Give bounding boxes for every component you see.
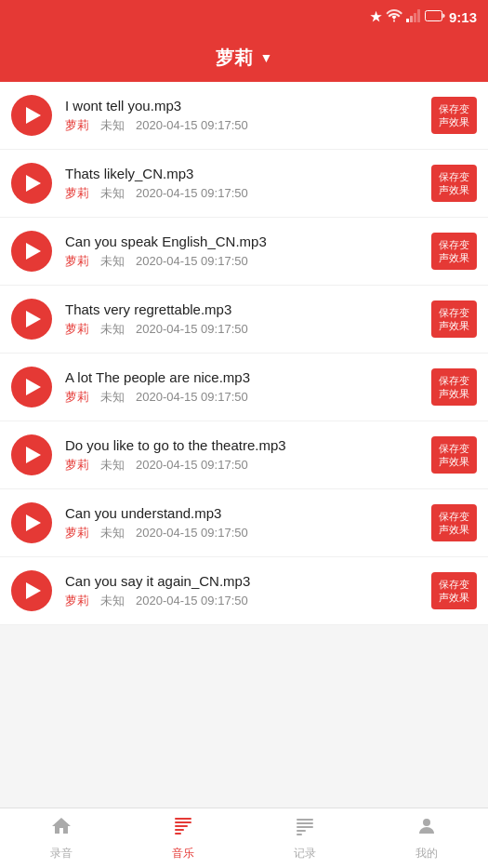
save-button-1[interactable]: 保存变 声效果 <box>431 97 477 135</box>
save-button-5[interactable]: 保存变 声效果 <box>431 368 477 407</box>
track-unknown-7: 未知 <box>100 525 125 541</box>
track-meta-3: 萝莉 未知 2020-04-15 09:17:50 <box>65 253 418 270</box>
track-name-2: Thats likely_CN.mp3 <box>65 166 418 181</box>
svg-rect-2 <box>414 13 416 22</box>
svg-rect-7 <box>175 821 191 823</box>
track-name-8: Can you say it again_CN.mp3 <box>65 573 418 589</box>
track-info-7: Can you understand.mp3 萝莉 未知 2020-04-15 … <box>65 505 418 541</box>
nav-label-history: 记录 <box>294 846 316 861</box>
track-meta-6: 萝莉 未知 2020-04-15 09:17:50 <box>65 457 418 474</box>
track-info-1: I wont tell you.mp3 萝莉 未知 2020-04-15 09:… <box>65 98 418 134</box>
track-info-8: Can you say it again_CN.mp3 萝莉 未知 2020-0… <box>65 573 418 609</box>
nav-item-profile[interactable]: 我的 <box>366 808 488 868</box>
track-item: A lot The people are nice.mp3 萝莉 未知 2020… <box>0 354 488 421</box>
track-name-1: I wont tell you.mp3 <box>65 98 418 114</box>
save-button-2[interactable]: 保存变 声效果 <box>431 165 477 203</box>
play-button-8[interactable] <box>11 570 52 611</box>
track-voice-8: 萝莉 <box>65 593 89 609</box>
track-item: Can you speak English_CN.mp3 萝莉 未知 2020-… <box>0 218 488 286</box>
track-meta-4: 萝莉 未知 2020-04-15 09:17:50 <box>65 321 418 338</box>
track-info-2: Thats likely_CN.mp3 萝莉 未知 2020-04-15 09:… <box>65 166 418 202</box>
play-button-1[interactable] <box>11 95 52 136</box>
track-meta-1: 萝莉 未知 2020-04-15 09:17:50 <box>65 117 418 134</box>
svg-rect-9 <box>175 829 184 831</box>
app-header: 萝莉 ▼ <box>0 33 488 82</box>
track-meta-7: 萝莉 未知 2020-04-15 09:17:50 <box>65 525 418 541</box>
dropdown-arrow-icon[interactable]: ▼ <box>260 50 273 65</box>
track-info-6: Do you like to go to the theatre.mp3 萝莉 … <box>65 437 418 474</box>
track-voice-3: 萝莉 <box>65 253 89 270</box>
track-meta-2: 萝莉 未知 2020-04-15 09:17:50 <box>65 185 418 202</box>
track-date-1: 2020-04-15 09:17:50 <box>136 118 248 132</box>
save-button-3[interactable]: 保存变 声效果 <box>431 233 477 271</box>
track-unknown-4: 未知 <box>100 321 125 338</box>
signal-icon <box>406 9 421 25</box>
save-button-7[interactable]: 保存变 声效果 <box>431 504 477 542</box>
track-voice-1: 萝莉 <box>65 117 89 134</box>
svg-rect-5 <box>427 12 440 20</box>
track-info-5: A lot The people are nice.mp3 萝莉 未知 2020… <box>65 369 418 406</box>
svg-rect-11 <box>297 819 313 821</box>
track-name-5: A lot The people are nice.mp3 <box>65 369 418 385</box>
svg-rect-6 <box>175 818 191 820</box>
save-button-6[interactable]: 保存变 声效果 <box>431 436 477 474</box>
user-icon <box>415 815 438 843</box>
nav-item-history[interactable]: 记录 <box>244 808 366 868</box>
track-date-6: 2020-04-15 09:17:50 <box>136 458 248 472</box>
svg-rect-14 <box>297 830 306 832</box>
track-name-3: Can you speak English_CN.mp3 <box>65 234 418 249</box>
track-meta-5: 萝莉 未知 2020-04-15 09:17:50 <box>65 389 418 406</box>
nav-item-recording[interactable]: 录音 <box>0 808 122 868</box>
nav-label-music: 音乐 <box>172 846 194 861</box>
header-title: 萝莉 <box>216 46 253 71</box>
track-date-4: 2020-04-15 09:17:50 <box>136 322 248 336</box>
track-info-4: Thats very regrettable.mp3 萝莉 未知 2020-04… <box>65 301 418 338</box>
track-item: Can you understand.mp3 萝莉 未知 2020-04-15 … <box>0 489 488 557</box>
nav-item-music[interactable]: 音乐 <box>122 808 244 868</box>
track-unknown-6: 未知 <box>100 457 125 474</box>
play-button-3[interactable] <box>11 231 52 272</box>
track-info-3: Can you speak English_CN.mp3 萝莉 未知 2020-… <box>65 234 418 270</box>
save-button-4[interactable]: 保存变 声效果 <box>431 300 477 339</box>
play-button-5[interactable] <box>11 367 52 407</box>
track-date-2: 2020-04-15 09:17:50 <box>136 186 248 200</box>
save-button-8[interactable]: 保存变 声效果 <box>431 572 477 610</box>
track-item: Can you say it again_CN.mp3 萝莉 未知 2020-0… <box>0 557 488 625</box>
track-name-4: Thats very regrettable.mp3 <box>65 301 418 317</box>
track-date-7: 2020-04-15 09:17:50 <box>136 526 248 540</box>
status-bar: ★ 9:13 <box>0 0 488 33</box>
play-button-4[interactable] <box>11 299 52 340</box>
track-list: I wont tell you.mp3 萝莉 未知 2020-04-15 09:… <box>0 82 488 808</box>
track-voice-7: 萝莉 <box>65 525 89 541</box>
track-voice-2: 萝莉 <box>65 185 89 202</box>
wifi-icon <box>386 9 402 25</box>
svg-rect-10 <box>175 833 181 835</box>
status-time: 9:13 <box>449 9 477 25</box>
track-voice-5: 萝莉 <box>65 389 89 406</box>
play-button-6[interactable] <box>11 434 52 475</box>
track-voice-6: 萝莉 <box>65 457 89 474</box>
track-item: Thats likely_CN.mp3 萝莉 未知 2020-04-15 09:… <box>0 150 488 218</box>
music-icon <box>172 815 194 843</box>
list-icon <box>294 815 316 843</box>
svg-rect-12 <box>297 822 313 824</box>
track-name-6: Do you like to go to the theatre.mp3 <box>65 437 418 453</box>
track-unknown-1: 未知 <box>100 117 125 134</box>
svg-rect-1 <box>410 16 413 22</box>
svg-rect-13 <box>297 826 313 828</box>
nav-label-profile: 我的 <box>415 846 438 861</box>
track-unknown-5: 未知 <box>100 389 125 406</box>
track-unknown-8: 未知 <box>100 593 125 609</box>
play-button-7[interactable] <box>11 502 52 543</box>
track-item: Do you like to go to the theatre.mp3 萝莉 … <box>0 421 488 489</box>
track-meta-8: 萝莉 未知 2020-04-15 09:17:50 <box>65 593 418 609</box>
track-date-5: 2020-04-15 09:17:50 <box>136 390 248 404</box>
battery-icon <box>425 9 445 24</box>
bottom-navigation: 录音 音乐 记录 <box>0 808 488 868</box>
track-date-8: 2020-04-15 09:17:50 <box>136 594 248 608</box>
svg-rect-8 <box>175 825 188 827</box>
status-icons: ★ 9:13 <box>370 9 477 25</box>
svg-point-16 <box>423 819 430 826</box>
play-button-2[interactable] <box>11 163 52 204</box>
track-unknown-2: 未知 <box>100 185 125 202</box>
